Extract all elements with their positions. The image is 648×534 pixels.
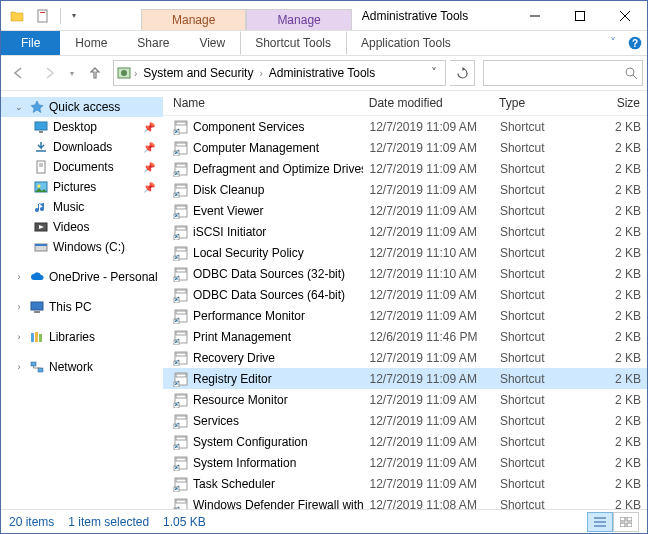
file-row[interactable]: Computer Management12/7/2019 11:09 AMSho… (163, 137, 647, 158)
chevron-right-icon[interactable]: › (13, 362, 25, 372)
column-name[interactable]: Name (167, 91, 363, 115)
file-row[interactable]: Performance Monitor12/7/2019 11:09 AMSho… (163, 305, 647, 326)
contextual-tabs: Manage Manage (141, 1, 352, 30)
title-bar[interactable]: ▾ Manage Manage Administrative Tools (1, 1, 647, 31)
svg-rect-69 (176, 395, 186, 398)
maximize-button[interactable] (557, 1, 602, 30)
thumbnails-view-button[interactable] (613, 512, 639, 532)
file-row[interactable]: Disk Cleanup12/7/2019 11:09 AMShortcut2 … (163, 179, 647, 200)
file-row[interactable]: Registry Editor12/7/2019 11:09 AMShortcu… (163, 368, 647, 389)
refresh-button[interactable] (450, 60, 475, 86)
column-size[interactable]: Size (581, 91, 647, 115)
forward-button[interactable] (35, 60, 63, 86)
context-tab-shortcut[interactable]: Manage (141, 9, 246, 30)
location-icon (116, 65, 132, 81)
file-row[interactable]: Event Viewer12/7/2019 11:09 AMShortcut2 … (163, 200, 647, 221)
shortcut-icon (173, 413, 189, 429)
address-dropdown[interactable]: ˅ (425, 66, 443, 80)
nav-item-videos[interactable]: Videos (1, 217, 163, 237)
file-row[interactable]: System Information12/7/2019 11:09 AMShor… (163, 452, 647, 473)
shortcut-icon (173, 287, 189, 303)
nav-item-downloads[interactable]: Downloads📌 (1, 137, 163, 157)
file-type: Shortcut (494, 183, 582, 197)
chevron-right-icon[interactable]: › (13, 272, 25, 282)
nav-quick-access[interactable]: ⌄ Quick access (1, 97, 163, 117)
file-name: Defragment and Optimize Drives (193, 162, 363, 176)
nav-item-desktop[interactable]: Desktop📌 (1, 117, 163, 137)
address-bar[interactable]: › System and Security › Administrative T… (113, 60, 446, 86)
document-icon (36, 9, 50, 23)
context-tab-application[interactable]: Manage (246, 9, 351, 30)
shortcut-icon (173, 371, 189, 387)
new-folder-button[interactable] (31, 4, 55, 28)
shortcut-icon (173, 497, 189, 510)
file-row[interactable]: Defragment and Optimize Drives12/7/2019 … (163, 158, 647, 179)
nav-item-windows-c-[interactable]: Windows (C:) (1, 237, 163, 257)
chevron-right-icon[interactable]: › (13, 332, 25, 342)
svg-rect-75 (176, 437, 186, 440)
properties-button[interactable] (5, 4, 29, 28)
file-size: 2 KB (582, 204, 647, 218)
file-row[interactable]: Resource Monitor12/7/2019 11:09 AMShortc… (163, 389, 647, 410)
tab-shortcut-tools[interactable]: Shortcut Tools (240, 31, 346, 55)
column-headers: Name Date modified Type Size (163, 91, 647, 116)
tab-application-tools[interactable]: Application Tools (346, 31, 466, 55)
chevron-right-icon[interactable]: › (257, 68, 264, 79)
navigation-pane[interactable]: ⌄ Quick access Desktop📌Downloads📌Documen… (1, 91, 163, 509)
nav-item-pictures[interactable]: Pictures📌 (1, 177, 163, 197)
file-row[interactable]: System Configuration12/7/2019 11:09 AMSh… (163, 431, 647, 452)
nav-item-documents[interactable]: Documents📌 (1, 157, 163, 177)
file-row[interactable]: Services12/7/2019 11:09 AMShortcut2 KB (163, 410, 647, 431)
file-name: Disk Cleanup (193, 183, 264, 197)
svg-point-9 (121, 70, 127, 76)
item-icon (33, 179, 49, 195)
file-row[interactable]: Windows Defender Firewall with Advanc…12… (163, 494, 647, 509)
nav-onedrive[interactable]: › OneDrive - Personal (1, 267, 163, 287)
item-icon (33, 239, 49, 255)
file-date: 12/7/2019 11:09 AM (363, 372, 493, 386)
back-button[interactable] (5, 60, 33, 86)
file-name: Resource Monitor (193, 393, 288, 407)
qat-customize[interactable]: ▾ (66, 4, 82, 28)
file-row[interactable]: Print Management12/6/2019 11:46 PMShortc… (163, 326, 647, 347)
item-icon (33, 139, 49, 155)
file-row[interactable]: Task Scheduler12/7/2019 11:09 AMShortcut… (163, 473, 647, 494)
column-date[interactable]: Date modified (363, 91, 493, 115)
file-row[interactable]: Component Services12/7/2019 11:09 AMShor… (163, 116, 647, 137)
details-view-button[interactable] (587, 512, 613, 532)
tab-share[interactable]: Share (122, 31, 184, 55)
tab-home[interactable]: Home (60, 31, 122, 55)
file-row[interactable]: iSCSI Initiator12/7/2019 11:09 AMShortcu… (163, 221, 647, 242)
chevron-down-icon[interactable]: ⌄ (13, 102, 25, 112)
close-button[interactable] (602, 1, 647, 30)
nav-item-music[interactable]: Music (1, 197, 163, 217)
help-button[interactable]: ? (623, 31, 647, 55)
file-row[interactable]: Recovery Drive12/7/2019 11:09 AMShortcut… (163, 347, 647, 368)
search-box[interactable] (483, 60, 643, 86)
nav-libraries[interactable]: › Libraries (1, 327, 163, 347)
shortcut-icon (173, 434, 189, 450)
file-row[interactable]: ODBC Data Sources (32-bit)12/7/2019 11:1… (163, 263, 647, 284)
breadcrumb-item[interactable]: Administrative Tools (265, 66, 380, 80)
recent-locations[interactable]: ▾ (65, 60, 79, 86)
shortcut-icon (173, 455, 189, 471)
file-size: 2 KB (582, 477, 647, 491)
file-row[interactable]: Local Security Policy12/7/2019 11:10 AMS… (163, 242, 647, 263)
chevron-right-icon[interactable]: › (13, 302, 25, 312)
file-rows[interactable]: Component Services12/7/2019 11:09 AMShor… (163, 116, 647, 509)
column-type[interactable]: Type (493, 91, 581, 115)
expand-ribbon[interactable]: ˅ (603, 31, 623, 55)
minimize-button[interactable] (512, 1, 557, 30)
nav-this-pc[interactable]: › This PC (1, 297, 163, 317)
svg-rect-78 (176, 458, 186, 461)
nav-network[interactable]: › Network (1, 357, 163, 377)
chevron-right-icon[interactable]: › (132, 68, 139, 79)
shortcut-icon (173, 224, 189, 240)
file-row[interactable]: ODBC Data Sources (64-bit)12/7/2019 11:0… (163, 284, 647, 305)
file-type: Shortcut (494, 351, 582, 365)
file-date: 12/7/2019 11:10 AM (363, 267, 493, 281)
tab-view[interactable]: View (184, 31, 240, 55)
breadcrumb-item[interactable]: System and Security (139, 66, 257, 80)
up-button[interactable] (81, 60, 109, 86)
file-tab[interactable]: File (1, 31, 60, 55)
